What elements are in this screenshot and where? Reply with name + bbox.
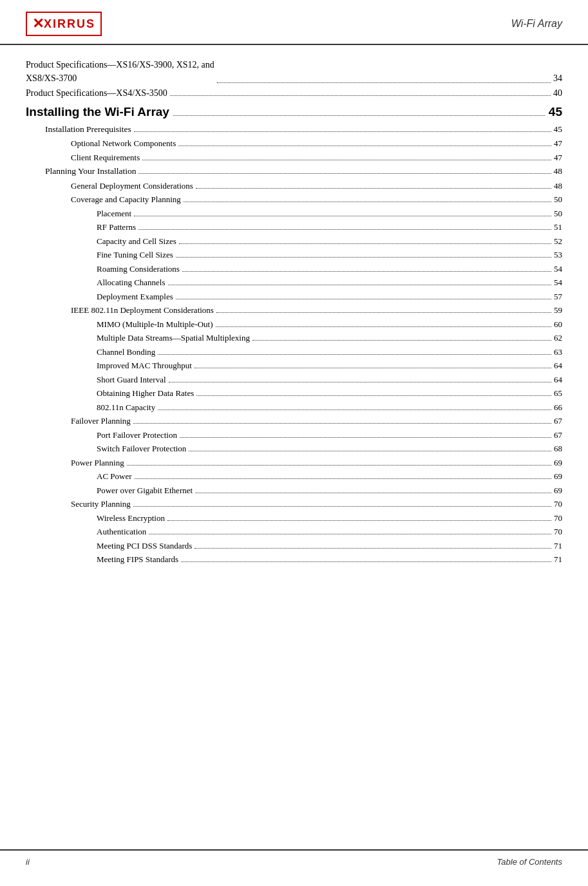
toc-entry-deployment-examples: Deployment Examples 57	[26, 290, 562, 303]
toc-text-roaming: Roaming Considerations	[97, 263, 180, 276]
toc-dots	[176, 257, 551, 258]
toc-dots	[168, 285, 551, 285]
toc-content: Product Specifications—XS16/XS-3900, XS1…	[0, 45, 588, 606]
toc-dots	[196, 188, 551, 189]
toc-page-obtaining-higher: 65	[554, 387, 562, 400]
toc-dots	[181, 561, 551, 562]
toc-entry-coverage-capacity: Coverage and Capacity Planning 50	[26, 193, 562, 206]
toc-dots	[138, 229, 551, 230]
toc-dots	[167, 520, 551, 521]
toc-entry-optional-network: Optional Network Components 47	[26, 137, 562, 150]
toc-page-placement: 50	[554, 207, 562, 220]
toc-dots	[216, 312, 551, 313]
toc-text-security-planning: Security Planning	[71, 498, 131, 511]
toc-page-authentication: 70	[554, 525, 562, 538]
toc-text-authentication: Authentication	[97, 525, 146, 538]
toc-page-multiple-data-streams: 62	[554, 332, 562, 344]
toc-dots	[142, 160, 551, 160]
toc-entry-ac-power: AC Power 69	[26, 470, 562, 483]
toc-entry-channel-bonding: Channel Bonding 63	[26, 346, 562, 359]
toc-text-placement: Placement	[97, 207, 131, 220]
toc-text-fine-tuning: Fine Tuning Cell Sizes	[97, 249, 173, 261]
toc-text-obtaining-higher: Obtaining Higher Data Rates	[97, 387, 194, 400]
toc-entry-capacity-cell-sizes: Capacity and Cell Sizes 52	[26, 235, 562, 248]
toc-dots	[170, 95, 551, 96]
toc-text-meeting-fips: Meeting FIPS Standards	[97, 553, 178, 566]
logo-box: ✕ XIRRUS	[26, 12, 102, 36]
toc-page-mimo: 60	[554, 318, 562, 331]
toc-entry-multiple-data-streams: Multiple Data Streams—Spatial Multiplexi…	[26, 332, 562, 344]
toc-text-coverage-capacity: Coverage and Capacity Planning	[71, 193, 181, 206]
toc-dots	[133, 506, 551, 507]
toc-page-port-failover: 67	[554, 429, 562, 442]
toc-page-prod-spec-xs16: 34	[553, 71, 562, 85]
toc-entry-fine-tuning: Fine Tuning Cell Sizes 53	[26, 249, 562, 261]
toc-dots	[158, 410, 551, 410]
toc-page-general-deploy: 48	[554, 180, 562, 193]
toc-entry-installation-prereqs: Installation Prerequisites 45	[26, 123, 562, 136]
toc-text-ac-power: AC Power	[97, 470, 132, 483]
toc-entry-802-capacity: 802.11n Capacity 66	[26, 401, 562, 414]
toc-dots	[135, 478, 551, 479]
toc-entry-power-planning: Power Planning 69	[26, 457, 562, 469]
toc-text-capacity-cell-sizes: Capacity and Cell Sizes	[97, 235, 176, 248]
toc-entry-roaming: Roaming Considerations 54	[26, 263, 562, 276]
toc-entry-ieee-deploy: IEEE 802.11n Deployment Considerations 5…	[26, 304, 562, 317]
toc-text-short-guard: Short Guard Interval	[97, 373, 166, 386]
toc-text-wireless-enc: Wireless Encryption	[97, 512, 165, 525]
toc-entry-general-deploy: General Deployment Considerations 48	[26, 180, 562, 193]
toc-entry-planning-install: Planning Your Installation 48	[26, 165, 562, 178]
toc-page-coverage-capacity: 50	[554, 193, 562, 206]
toc-text-poe: Power over Gigabit Ethernet	[97, 484, 193, 497]
toc-entry-client-reqs: Client Requirements 47	[26, 151, 562, 164]
toc-page-failover-planning: 67	[554, 415, 562, 428]
toc-entry-obtaining-higher: Obtaining Higher Data Rates 65	[26, 387, 562, 400]
toc-page-security-planning: 70	[554, 498, 562, 511]
footer-section-label: Table of Contents	[497, 857, 562, 867]
toc-dots	[194, 368, 551, 368]
toc-text-power-planning: Power Planning	[71, 457, 124, 469]
toc-text-ieee-deploy: IEEE 802.11n Deployment Considerations	[71, 304, 214, 317]
toc-dots	[189, 451, 551, 451]
section-heading-label: Installing the Wi-Fi Array	[26, 105, 169, 119]
toc-dots	[133, 423, 551, 424]
toc-dots	[195, 493, 551, 493]
toc-page-short-guard: 64	[554, 373, 562, 386]
toc-text-multiple-data-streams: Multiple Data Streams—Spatial Multiplexi…	[97, 332, 250, 344]
section-dots	[173, 115, 545, 116]
toc-entry-short-guard: Short Guard Interval 64	[26, 373, 562, 386]
toc-page-meeting-pci: 71	[554, 540, 562, 552]
toc-dots	[127, 465, 551, 466]
toc-entry-security-planning: Security Planning 70	[26, 498, 562, 511]
toc-text-general-deploy: General Deployment Considerations	[71, 180, 193, 193]
toc-page-channel-bonding: 63	[554, 346, 562, 359]
toc-page-allocating-channels: 54	[554, 276, 562, 289]
toc-dots	[196, 395, 551, 396]
toc-dots	[194, 548, 551, 549]
toc-page-improved-mac: 64	[554, 359, 562, 372]
toc-text-prod-spec-xs4: Product Specifications—XS4/XS-3500	[26, 86, 167, 100]
toc-text-802-capacity: 802.11n Capacity	[97, 401, 155, 414]
section-heading-row: Installing the Wi-Fi Array 45	[26, 105, 562, 119]
toc-entry-mimo: MIMO (Multiple-In Multiple-Out) 60	[26, 318, 562, 331]
toc-dots	[169, 382, 551, 382]
toc-dots	[252, 340, 551, 341]
toc-dots	[180, 437, 551, 438]
toc-page-capacity-cell-sizes: 52	[554, 235, 562, 248]
toc-text-deployment-examples: Deployment Examples	[97, 290, 173, 303]
toc-page-802-capacity: 66	[554, 401, 562, 414]
toc-page-wireless-enc: 70	[554, 512, 562, 525]
toc-text-rf-patterns: RF Patterns	[97, 221, 136, 234]
toc-entry-failover-planning: Failover Planning 67	[26, 415, 562, 428]
toc-dots	[184, 202, 551, 202]
toc-text-port-failover: Port Failover Protection	[97, 429, 177, 442]
toc-text-client-reqs: Client Requirements	[71, 151, 140, 164]
toc-dots	[138, 173, 551, 174]
toc-entry-authentication: Authentication 70	[26, 525, 562, 538]
toc-text-switch-failover: Switch Failover Protection	[97, 442, 186, 455]
toc-entry-prod-spec-xs4: Product Specifications—XS4/XS-3500 40	[26, 86, 562, 100]
toc-page-deployment-examples: 57	[554, 290, 562, 303]
toc-page-client-reqs: 47	[554, 151, 562, 164]
toc-entry-switch-failover: Switch Failover Protection 68	[26, 442, 562, 455]
toc-dots	[149, 534, 551, 534]
